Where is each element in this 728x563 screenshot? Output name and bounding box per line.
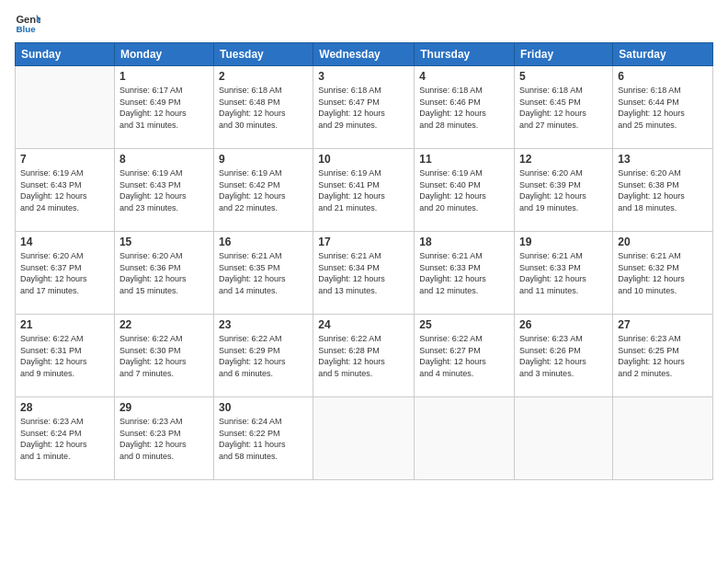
calendar-cell: 12Sunrise: 6:20 AM Sunset: 6:39 PM Dayli…	[515, 149, 613, 232]
calendar-cell: 6Sunrise: 6:18 AM Sunset: 6:44 PM Daylig…	[613, 66, 713, 149]
day-info: Sunrise: 6:18 AM Sunset: 6:45 PM Dayligh…	[519, 85, 608, 131]
calendar-week-3: 14Sunrise: 6:20 AM Sunset: 6:37 PM Dayli…	[16, 232, 713, 315]
day-info: Sunrise: 6:24 AM Sunset: 6:22 PM Dayligh…	[219, 416, 308, 462]
calendar-cell: 16Sunrise: 6:21 AM Sunset: 6:35 PM Dayli…	[213, 232, 313, 315]
calendar-cell: 18Sunrise: 6:21 AM Sunset: 6:33 PM Dayli…	[415, 232, 515, 315]
day-number: 2	[219, 70, 308, 83]
day-info: Sunrise: 6:18 AM Sunset: 6:44 PM Dayligh…	[618, 85, 708, 131]
day-number: 3	[318, 70, 409, 83]
calendar-table: SundayMondayTuesdayWednesdayThursdayFrid…	[15, 42, 713, 480]
calendar-cell: 24Sunrise: 6:22 AM Sunset: 6:28 PM Dayli…	[313, 315, 415, 397]
day-number: 11	[419, 153, 509, 166]
page-header: General Blue	[15, 9, 713, 35]
day-info: Sunrise: 6:22 AM Sunset: 6:31 PM Dayligh…	[20, 333, 109, 379]
calendar-cell: 21Sunrise: 6:22 AM Sunset: 6:31 PM Dayli…	[16, 315, 115, 397]
calendar-cell	[16, 66, 115, 149]
calendar-cell: 20Sunrise: 6:21 AM Sunset: 6:32 PM Dayli…	[613, 232, 713, 315]
day-number: 18	[419, 236, 509, 248]
calendar-dow-friday: Friday	[515, 43, 613, 66]
day-number: 25	[419, 318, 509, 331]
calendar-cell: 29Sunrise: 6:23 AM Sunset: 6:23 PM Dayli…	[114, 397, 213, 480]
day-info: Sunrise: 6:21 AM Sunset: 6:33 PM Dayligh…	[519, 250, 608, 296]
calendar-week-4: 21Sunrise: 6:22 AM Sunset: 6:31 PM Dayli…	[16, 315, 713, 397]
calendar-cell: 22Sunrise: 6:22 AM Sunset: 6:30 PM Dayli…	[114, 315, 213, 397]
day-info: Sunrise: 6:18 AM Sunset: 6:48 PM Dayligh…	[219, 85, 308, 131]
calendar-cell: 7Sunrise: 6:19 AM Sunset: 6:43 PM Daylig…	[16, 149, 115, 232]
logo: General Blue	[15, 9, 44, 35]
day-info: Sunrise: 6:18 AM Sunset: 6:47 PM Dayligh…	[318, 85, 409, 131]
calendar-cell: 11Sunrise: 6:19 AM Sunset: 6:40 PM Dayli…	[415, 149, 515, 232]
day-info: Sunrise: 6:23 AM Sunset: 6:23 PM Dayligh…	[119, 416, 209, 462]
calendar-cell: 5Sunrise: 6:18 AM Sunset: 6:45 PM Daylig…	[515, 66, 613, 149]
day-number: 24	[318, 318, 409, 331]
calendar-week-5: 28Sunrise: 6:23 AM Sunset: 6:24 PM Dayli…	[16, 397, 713, 480]
day-info: Sunrise: 6:21 AM Sunset: 6:34 PM Dayligh…	[318, 250, 409, 296]
calendar-week-2: 7Sunrise: 6:19 AM Sunset: 6:43 PM Daylig…	[16, 149, 713, 232]
calendar-cell	[415, 397, 515, 480]
day-number: 6	[618, 70, 708, 83]
day-number: 8	[119, 153, 209, 166]
calendar-cell: 15Sunrise: 6:20 AM Sunset: 6:36 PM Dayli…	[114, 232, 213, 315]
calendar-cell: 17Sunrise: 6:21 AM Sunset: 6:34 PM Dayli…	[313, 232, 415, 315]
calendar-cell: 2Sunrise: 6:18 AM Sunset: 6:48 PM Daylig…	[213, 66, 313, 149]
day-number: 26	[519, 318, 608, 331]
day-info: Sunrise: 6:23 AM Sunset: 6:25 PM Dayligh…	[618, 333, 708, 379]
day-number: 17	[318, 236, 409, 248]
calendar-cell: 25Sunrise: 6:22 AM Sunset: 6:27 PM Dayli…	[415, 315, 515, 397]
day-number: 30	[219, 401, 308, 414]
day-info: Sunrise: 6:21 AM Sunset: 6:32 PM Dayligh…	[618, 250, 708, 296]
day-number: 29	[119, 401, 209, 414]
calendar-dow-monday: Monday	[114, 43, 213, 66]
day-info: Sunrise: 6:23 AM Sunset: 6:26 PM Dayligh…	[519, 333, 608, 379]
day-info: Sunrise: 6:17 AM Sunset: 6:49 PM Dayligh…	[119, 85, 209, 131]
day-info: Sunrise: 6:20 AM Sunset: 6:38 PM Dayligh…	[618, 167, 708, 213]
day-info: Sunrise: 6:22 AM Sunset: 6:29 PM Dayligh…	[219, 333, 308, 379]
day-info: Sunrise: 6:19 AM Sunset: 6:43 PM Dayligh…	[119, 167, 209, 213]
day-number: 4	[419, 70, 509, 83]
calendar-cell: 9Sunrise: 6:19 AM Sunset: 6:42 PM Daylig…	[213, 149, 313, 232]
calendar-header-row: SundayMondayTuesdayWednesdayThursdayFrid…	[16, 43, 713, 66]
calendar-dow-wednesday: Wednesday	[313, 43, 415, 66]
day-info: Sunrise: 6:20 AM Sunset: 6:39 PM Dayligh…	[519, 167, 608, 213]
day-number: 7	[20, 153, 109, 166]
calendar-week-1: 1Sunrise: 6:17 AM Sunset: 6:49 PM Daylig…	[16, 66, 713, 149]
day-number: 14	[20, 236, 109, 248]
day-info: Sunrise: 6:22 AM Sunset: 6:30 PM Dayligh…	[119, 333, 209, 379]
day-number: 22	[119, 318, 209, 331]
day-info: Sunrise: 6:21 AM Sunset: 6:35 PM Dayligh…	[219, 250, 308, 296]
calendar-cell	[313, 397, 415, 480]
day-info: Sunrise: 6:20 AM Sunset: 6:37 PM Dayligh…	[20, 250, 109, 296]
day-info: Sunrise: 6:19 AM Sunset: 6:43 PM Dayligh…	[20, 167, 109, 213]
day-number: 27	[618, 318, 708, 331]
day-number: 10	[318, 153, 409, 166]
day-info: Sunrise: 6:19 AM Sunset: 6:41 PM Dayligh…	[318, 167, 409, 213]
day-number: 1	[119, 70, 209, 83]
day-info: Sunrise: 6:18 AM Sunset: 6:46 PM Dayligh…	[419, 85, 509, 131]
calendar-cell: 30Sunrise: 6:24 AM Sunset: 6:22 PM Dayli…	[213, 397, 313, 480]
calendar-cell: 1Sunrise: 6:17 AM Sunset: 6:49 PM Daylig…	[114, 66, 213, 149]
calendar-cell	[613, 397, 713, 480]
calendar-cell	[515, 397, 613, 480]
day-info: Sunrise: 6:22 AM Sunset: 6:27 PM Dayligh…	[419, 333, 509, 379]
svg-text:Blue: Blue	[16, 24, 36, 34]
day-info: Sunrise: 6:21 AM Sunset: 6:33 PM Dayligh…	[419, 250, 509, 296]
calendar-cell: 19Sunrise: 6:21 AM Sunset: 6:33 PM Dayli…	[515, 232, 613, 315]
calendar-cell: 8Sunrise: 6:19 AM Sunset: 6:43 PM Daylig…	[114, 149, 213, 232]
calendar-cell: 13Sunrise: 6:20 AM Sunset: 6:38 PM Dayli…	[613, 149, 713, 232]
calendar-dow-sunday: Sunday	[16, 43, 115, 66]
calendar-cell: 3Sunrise: 6:18 AM Sunset: 6:47 PM Daylig…	[313, 66, 415, 149]
day-number: 12	[519, 153, 608, 166]
day-number: 19	[519, 236, 608, 248]
day-number: 23	[219, 318, 308, 331]
calendar-cell: 4Sunrise: 6:18 AM Sunset: 6:46 PM Daylig…	[415, 66, 515, 149]
day-info: Sunrise: 6:23 AM Sunset: 6:24 PM Dayligh…	[20, 416, 109, 462]
day-number: 15	[119, 236, 209, 248]
calendar-dow-thursday: Thursday	[415, 43, 515, 66]
calendar-dow-tuesday: Tuesday	[213, 43, 313, 66]
day-number: 9	[219, 153, 308, 166]
day-info: Sunrise: 6:19 AM Sunset: 6:40 PM Dayligh…	[419, 167, 509, 213]
day-number: 20	[618, 236, 708, 248]
day-number: 13	[618, 153, 708, 166]
calendar-cell: 27Sunrise: 6:23 AM Sunset: 6:25 PM Dayli…	[613, 315, 713, 397]
calendar-cell: 14Sunrise: 6:20 AM Sunset: 6:37 PM Dayli…	[16, 232, 115, 315]
